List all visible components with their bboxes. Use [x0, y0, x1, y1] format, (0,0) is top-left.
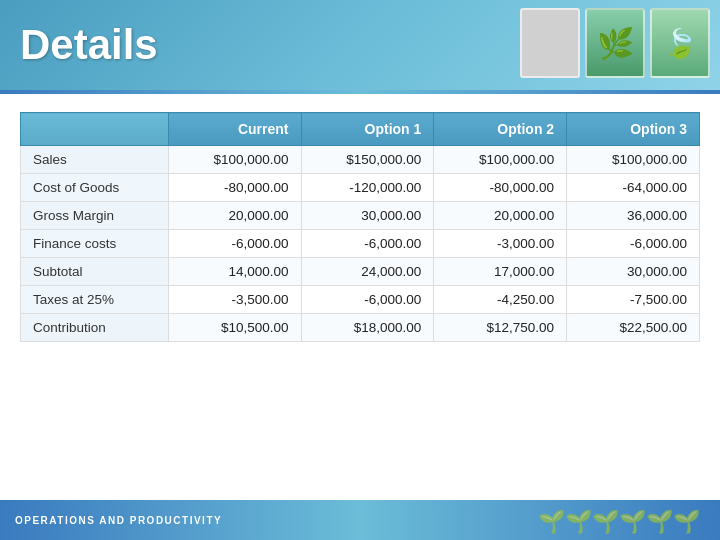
cell-label-row4: Subtotal: [21, 258, 169, 286]
cell-option2-row3: -3,000.00: [434, 230, 567, 258]
header-images: [520, 8, 710, 78]
cell-label-row1: Cost of Goods: [21, 174, 169, 202]
cell-option2-row6: $12,750.00: [434, 314, 567, 342]
table-header-row: Current Option 1 Option 2 Option 3: [21, 113, 700, 146]
col-header-current: Current: [168, 113, 301, 146]
header-image-2: [585, 8, 645, 78]
cell-option1-row4: 24,000.00: [301, 258, 434, 286]
col-header-option2: Option 2: [434, 113, 567, 146]
table-row: Sales$100,000.00$150,000.00$100,000.00$1…: [21, 146, 700, 174]
table-row: Contribution$10,500.00$18,000.00$12,750.…: [21, 314, 700, 342]
cell-option2-row4: 17,000.00: [434, 258, 567, 286]
slide: Details Current Option 1 Option 2 Option…: [0, 0, 720, 540]
col-header-label: [21, 113, 169, 146]
cell-option3-row2: 36,000.00: [567, 202, 700, 230]
cell-option3-row0: $100,000.00: [567, 146, 700, 174]
cell-current-row6: $10,500.00: [168, 314, 301, 342]
data-table: Current Option 1 Option 2 Option 3 Sales…: [20, 112, 700, 342]
cell-label-row3: Finance costs: [21, 230, 169, 258]
cell-option1-row2: 30,000.00: [301, 202, 434, 230]
cell-option1-row1: -120,000.00: [301, 174, 434, 202]
header-image-3: [650, 8, 710, 78]
cell-current-row2: 20,000.00: [168, 202, 301, 230]
header-image-1: [520, 8, 580, 78]
cell-label-row0: Sales: [21, 146, 169, 174]
table-row: Taxes at 25%-3,500.00-6,000.00-4,250.00-…: [21, 286, 700, 314]
cell-label-row2: Gross Margin: [21, 202, 169, 230]
cell-option3-row1: -64,000.00: [567, 174, 700, 202]
cell-option3-row6: $22,500.00: [567, 314, 700, 342]
footer-plants-icon: 🌱🌱🌱🌱🌱🌱: [538, 509, 700, 535]
cell-option2-row5: -4,250.00: [434, 286, 567, 314]
table-row: Finance costs-6,000.00-6,000.00-3,000.00…: [21, 230, 700, 258]
col-header-option3: Option 3: [567, 113, 700, 146]
col-header-option1: Option 1: [301, 113, 434, 146]
cell-option2-row2: 20,000.00: [434, 202, 567, 230]
table-row: Cost of Goods-80,000.00-120,000.00-80,00…: [21, 174, 700, 202]
cell-option1-row0: $150,000.00: [301, 146, 434, 174]
cell-option3-row5: -7,500.00: [567, 286, 700, 314]
table-row: Gross Margin20,000.0030,000.0020,000.003…: [21, 202, 700, 230]
cell-label-row5: Taxes at 25%: [21, 286, 169, 314]
cell-option1-row3: -6,000.00: [301, 230, 434, 258]
cell-option3-row3: -6,000.00: [567, 230, 700, 258]
header: Details: [0, 0, 720, 90]
table-row: Subtotal14,000.0024,000.0017,000.0030,00…: [21, 258, 700, 286]
cell-current-row3: -6,000.00: [168, 230, 301, 258]
cell-current-row5: -3,500.00: [168, 286, 301, 314]
footer: OPERATIONS AND PRODUCTIVITY 🌱🌱🌱🌱🌱🌱: [0, 500, 720, 540]
cell-current-row1: -80,000.00: [168, 174, 301, 202]
footer-label: OPERATIONS AND PRODUCTIVITY: [15, 515, 222, 526]
main-content: Current Option 1 Option 2 Option 3 Sales…: [0, 94, 720, 352]
cell-option2-row1: -80,000.00: [434, 174, 567, 202]
cell-option3-row4: 30,000.00: [567, 258, 700, 286]
cell-label-row6: Contribution: [21, 314, 169, 342]
cell-current-row0: $100,000.00: [168, 146, 301, 174]
cell-option2-row0: $100,000.00: [434, 146, 567, 174]
cell-option1-row6: $18,000.00: [301, 314, 434, 342]
cell-current-row4: 14,000.00: [168, 258, 301, 286]
cell-option1-row5: -6,000.00: [301, 286, 434, 314]
page-title: Details: [20, 21, 158, 69]
